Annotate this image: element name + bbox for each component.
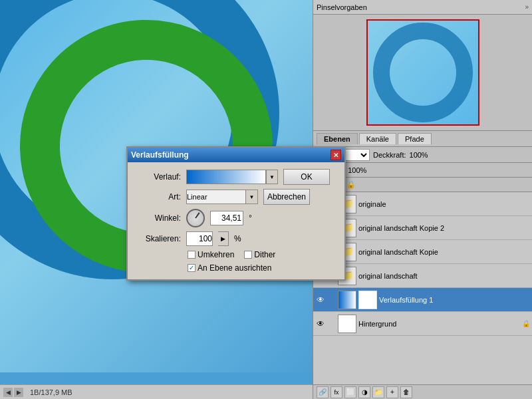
fill-value: 100% bbox=[348, 166, 366, 174]
gradient-preview[interactable] bbox=[186, 170, 266, 184]
align-label: An Ebene ausrichten bbox=[198, 263, 271, 273]
lock-row: Sperren: 🔒 bbox=[313, 178, 532, 192]
status-info: 1B/137,9 MB bbox=[30, 388, 72, 396]
nav-left[interactable]: ◀ bbox=[3, 388, 13, 397]
align-row: An Ebene ausrichten bbox=[188, 263, 334, 273]
winkel-label: Winkel: bbox=[138, 213, 181, 223]
cancel-button[interactable]: Abbrechen bbox=[263, 189, 310, 205]
link-layers-btn[interactable]: 🔗 bbox=[317, 386, 329, 398]
layer-name-kopie2: original landschaft Kopie 2 bbox=[358, 224, 530, 232]
tab-pfade[interactable]: Pfade bbox=[398, 133, 432, 144]
winkel-row: Winkel: ° bbox=[138, 209, 334, 227]
layers-panel: Ebenen Kanäle Pfade Normal Deckkraft: 10… bbox=[313, 131, 532, 399]
new-layer-btn[interactable]: + bbox=[386, 386, 398, 398]
folder-btn[interactable]: 📁 bbox=[372, 386, 384, 398]
verlauf-label: Verlauf: bbox=[138, 172, 181, 182]
preview-ring bbox=[373, 23, 473, 122]
layer-eye-verlauf[interactable]: 👁 bbox=[315, 295, 326, 305]
fill-row: Flächen: 100% bbox=[313, 163, 532, 178]
gradient-dropdown-btn[interactable]: ▼ bbox=[266, 170, 278, 184]
winkel-input[interactable] bbox=[210, 211, 243, 225]
art-row: Art: Linear Radial Winkel Gespiegelt Rau… bbox=[138, 189, 334, 205]
layer-thumb-verlauf bbox=[338, 291, 356, 309]
art-label: Art: bbox=[138, 192, 181, 201]
layer-item-landschaft[interactable]: 👁 ▶ 📁 original landschaft bbox=[313, 264, 532, 288]
panels-header: Pinselvorgaben » bbox=[313, 0, 532, 15]
umkehren-label: Umkehren bbox=[198, 250, 234, 259]
layer-name-verlauf: Verlaufsfüllung 1 bbox=[379, 296, 530, 304]
ok-button[interactable]: OK bbox=[283, 169, 330, 185]
nav-right[interactable]: ▶ bbox=[14, 388, 23, 397]
adjustment-btn[interactable]: ◑ bbox=[358, 386, 370, 398]
layer-name-kopie1: original landschaft Kopie bbox=[358, 248, 530, 256]
layers-controls: Normal Deckkraft: 100% bbox=[313, 147, 532, 163]
layers-bottom: 🔗 fx ⬜ ◑ 📁 + 🗑 bbox=[313, 384, 532, 399]
align-checkbox[interactable] bbox=[188, 264, 196, 272]
dither-checkbox[interactable] bbox=[244, 251, 252, 259]
layer-item-kopie2[interactable]: 👁 ▶ 📁 original landschaft Kopie 2 bbox=[313, 216, 532, 240]
status-bar: ◀ ▶ 1B/137,9 MB bbox=[0, 384, 313, 399]
layer-lock-icon: 🔒 bbox=[522, 320, 530, 327]
dialog-body: Verlauf: ▼ OK Art: Linear Radial Winkel … bbox=[128, 162, 344, 279]
layers-list: 👁 ▶ 📁 originale 👁 ▶ 📁 original landschaf… bbox=[313, 192, 532, 384]
dialog-titlebar: Verlaufsfüllung ✕ bbox=[128, 148, 344, 162]
nav-arrows[interactable]: ◀ ▶ bbox=[3, 388, 23, 397]
degree-sign: ° bbox=[249, 213, 252, 223]
lock-icon[interactable]: 🔒 bbox=[346, 180, 356, 189]
gradient-picker[interactable]: ▼ bbox=[186, 170, 278, 184]
mask-btn[interactable]: ⬜ bbox=[344, 386, 356, 398]
layer-item-originale[interactable]: 👁 ▶ 📁 originale bbox=[313, 192, 532, 216]
art-dropdown-btn[interactable]: ▼ bbox=[246, 190, 258, 204]
layer-eye-hintergrund[interactable]: 👁 bbox=[315, 319, 326, 329]
opacity-value: 100% bbox=[410, 151, 428, 159]
layers-tabs: Ebenen Kanäle Pfade bbox=[313, 131, 532, 147]
skalieren-input[interactable] bbox=[186, 231, 213, 246]
skalieren-label: Skalieren: bbox=[138, 234, 181, 243]
opacity-label: Deckkraft: bbox=[373, 151, 406, 159]
tab-ebenen[interactable]: Ebenen bbox=[317, 133, 358, 144]
align-checkbox-label[interactable]: An Ebene ausrichten bbox=[188, 263, 271, 273]
verlauf-row: Verlauf: ▼ OK bbox=[138, 169, 334, 185]
layer-item-verlauf[interactable]: 👁 Verlaufsfüllung 1 bbox=[313, 288, 532, 312]
panels-expand[interactable]: » bbox=[525, 3, 529, 11]
checkbox-row1: Umkehren Dither bbox=[188, 250, 334, 259]
fx-btn[interactable]: fx bbox=[331, 386, 342, 398]
percent-sign: % bbox=[234, 234, 241, 243]
verlaufsfuellung-dialog: Verlaufsfüllung ✕ Verlauf: ▼ OK Art: Lin… bbox=[126, 146, 346, 281]
dialog-close-btn[interactable]: ✕ bbox=[331, 150, 341, 160]
angle-dial[interactable] bbox=[186, 209, 205, 227]
dither-checkbox-label[interactable]: Dither bbox=[244, 250, 275, 259]
angle-needle bbox=[195, 212, 200, 218]
art-select-container: Linear Radial Winkel Gespiegelt Raute ▼ bbox=[186, 190, 258, 204]
tab-kanaele[interactable]: Kanäle bbox=[359, 133, 396, 144]
scale-stepper[interactable]: ▶ bbox=[218, 231, 229, 246]
delete-layer-btn[interactable]: 🗑 bbox=[400, 386, 412, 398]
layer-thumb-hintergrund bbox=[338, 315, 356, 333]
skalieren-row: Skalieren: ▶ % bbox=[138, 231, 334, 246]
layer-mask-verlauf bbox=[358, 291, 377, 309]
canvas-preview bbox=[366, 19, 479, 126]
layer-name-landschaft: original landschaft bbox=[358, 272, 530, 280]
dither-label: Dither bbox=[254, 250, 275, 259]
umkehren-checkbox[interactable] bbox=[188, 251, 196, 259]
dialog-title: Verlaufsfüllung bbox=[131, 150, 189, 160]
panels-title: Pinselvorgaben bbox=[317, 3, 367, 11]
art-select[interactable]: Linear Radial Winkel Gespiegelt Raute bbox=[186, 190, 246, 204]
layer-name-originale: originale bbox=[358, 200, 530, 208]
layer-item-kopie1[interactable]: 👁 ▶ 📁 original landschaft Kopie bbox=[313, 240, 532, 264]
layer-item-hintergrund[interactable]: 👁 Hintergrund 🔒 bbox=[313, 312, 532, 336]
layer-name-hintergrund: Hintergrund bbox=[358, 320, 520, 328]
umkehren-checkbox-label[interactable]: Umkehren bbox=[188, 250, 234, 259]
